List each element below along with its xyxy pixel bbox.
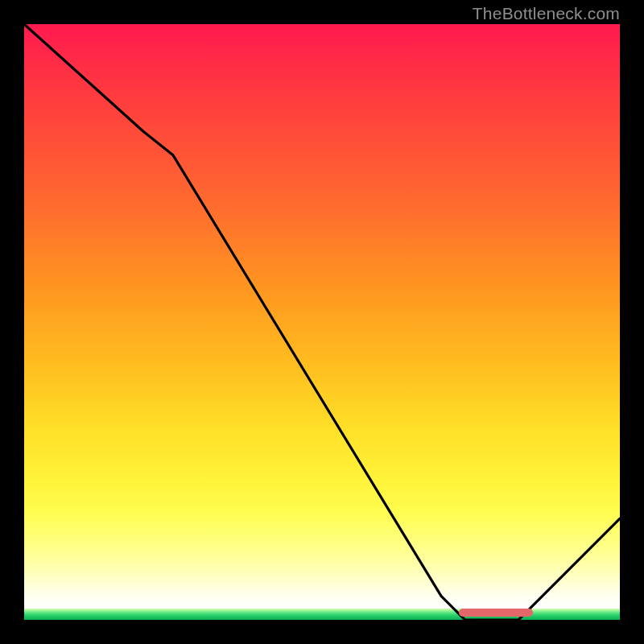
- curve-svg: [24, 24, 620, 620]
- plot-area: [24, 24, 620, 620]
- chart-stage: TheBottleneck.com: [0, 0, 644, 644]
- bottleneck-curve: [24, 24, 620, 620]
- optimal-range-marker: [459, 609, 533, 617]
- attribution-label: TheBottleneck.com: [473, 4, 620, 23]
